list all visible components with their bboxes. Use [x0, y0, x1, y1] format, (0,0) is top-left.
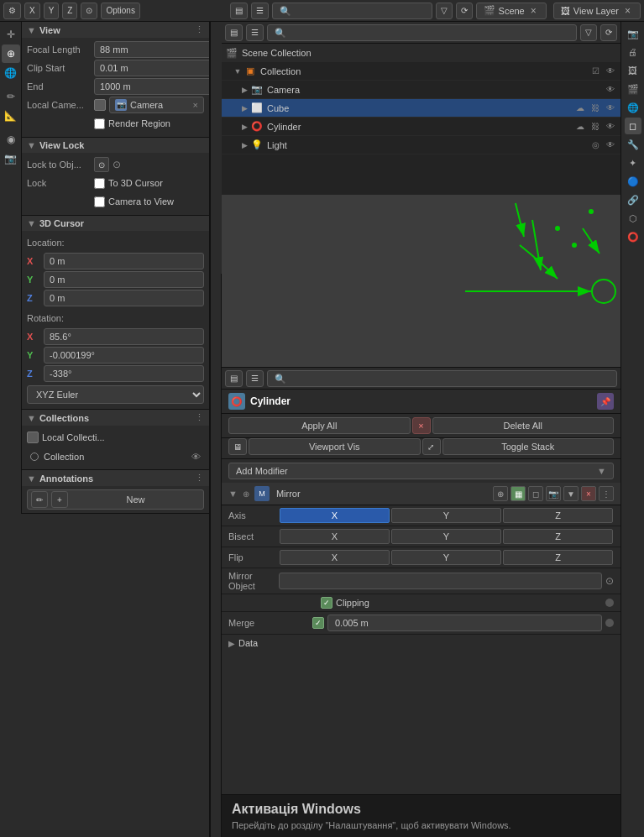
lock-to-obj-picker[interactable]: ⊙	[113, 159, 121, 170]
render-properties-icon[interactable]: 📷	[625, 25, 641, 42]
annotation-new-label[interactable]: New	[71, 494, 200, 505]
focal-length-input[interactable]	[94, 41, 209, 58]
proportional-icon[interactable]: ⊙	[81, 3, 97, 19]
viewport-expand-btn[interactable]: ⤢	[422, 438, 441, 455]
cylinder-link-icon[interactable]: ⛓	[589, 120, 602, 133]
camera-tool[interactable]: 📷	[2, 149, 20, 168]
clipping-checkbox[interactable]: ✓	[321, 597, 332, 609]
outliner-sync-btn[interactable]: ⟳	[600, 24, 617, 41]
rotation-x-input[interactable]	[44, 328, 204, 345]
annotate-tool[interactable]: ✏	[2, 87, 20, 106]
camera-eye-btn[interactable]: 👁	[604, 83, 617, 97]
mirror-delete-btn[interactable]: ×	[581, 486, 596, 501]
delete-all-btn[interactable]: Delete All	[432, 417, 615, 434]
data-header[interactable]: ▶ Data	[228, 638, 614, 648]
view-layer-icon[interactable]: 🖼	[625, 62, 641, 79]
render-region-checkbox[interactable]	[94, 118, 105, 129]
collection-expand-arrow[interactable]: ▼	[232, 65, 243, 77]
axis-z-btn[interactable]: Z	[503, 508, 613, 523]
modifier-properties-icon[interactable]: 🔧	[625, 136, 641, 153]
clip-end-input[interactable]	[94, 78, 209, 95]
location-y-input[interactable]	[44, 271, 204, 288]
cylinder-outliner-item[interactable]: ▶ ⭕ Cylinder ☁ ⛓ 👁	[222, 118, 620, 136]
annotation-type-btn[interactable]: ✏	[31, 491, 48, 508]
outliner-filter-btn[interactable]: ▽	[580, 24, 597, 41]
view-panel-header[interactable]: ▼ View ⋮	[22, 22, 209, 38]
merge-value[interactable]: 0.005 m	[327, 615, 602, 631]
apply-all-btn[interactable]: Apply All	[228, 417, 411, 434]
mirror-object-picker[interactable]: ⊙	[605, 575, 614, 587]
options-btn[interactable]: Options	[101, 3, 139, 19]
properties-search-input[interactable]	[267, 370, 617, 387]
properties-editor-type-btn[interactable]: ▤	[225, 370, 243, 387]
cube-outliner-item[interactable]: ▶ ⬜ Cube ☁ ⛓ 👁	[222, 99, 620, 118]
cube-link-icon[interactable]: ⛓	[589, 102, 602, 115]
merge-checkbox[interactable]: ✓	[312, 617, 324, 629]
globe-tool[interactable]: 🌐	[2, 64, 20, 82]
move-tool[interactable]: ⊕	[2, 44, 20, 63]
viewlayer-tab[interactable]: 🖼 View Layer ×	[553, 3, 641, 19]
collection-visibility-checkbox[interactable]: ☑	[589, 65, 602, 78]
collection-outliner-item[interactable]: ▼ ▣ Collection ☑ 👁	[222, 62, 620, 81]
pin-button[interactable]: 📌	[597, 393, 614, 410]
sync-btn[interactable]: ⟳	[456, 3, 473, 19]
cube-filter-icon[interactable]: ☁	[573, 102, 587, 115]
light-circle-icon[interactable]: ◎	[589, 139, 602, 152]
object-tool[interactable]: ◉	[2, 130, 20, 149]
bisect-z-btn[interactable]: Z	[503, 529, 613, 544]
axis-y-btn[interactable]: Y	[44, 3, 60, 19]
collections-header[interactable]: ▼ Collections ⋮	[22, 410, 209, 426]
clipping-dot[interactable]	[605, 599, 614, 607]
cube-eye-btn[interactable]: 👁	[604, 102, 617, 115]
filter-icon[interactable]: ☰	[251, 3, 269, 19]
outliner-editor-type-btn[interactable]: ▤	[225, 24, 243, 41]
flip-y-btn[interactable]: Y	[391, 550, 501, 565]
lock-to-obj-icon[interactable]: ⊙	[94, 157, 109, 172]
mirror-dots-btn[interactable]: ⋮	[599, 486, 614, 501]
viewport[interactable]	[222, 195, 620, 367]
bisect-x-btn[interactable]: X	[280, 529, 390, 544]
camera-outliner-item[interactable]: ▶ 📷 Camera 👁	[222, 81, 620, 99]
rotation-mode-select[interactable]: XYZ Euler	[27, 385, 204, 404]
scene-properties-icon[interactable]: 🎬	[625, 81, 641, 97]
axis-x-btn[interactable]: X	[280, 508, 390, 523]
viewport-vis-btn[interactable]: Viewport Vis	[249, 438, 421, 455]
mirror-filter-btn[interactable]: ⊕	[493, 486, 508, 501]
output-properties-icon[interactable]: 🖨	[625, 44, 641, 60]
flip-z-btn[interactable]: Z	[503, 550, 613, 565]
world-properties-icon[interactable]: 🌐	[625, 99, 641, 116]
object-properties-icon[interactable]: ◻	[625, 118, 641, 134]
constraints-icon[interactable]: 🔗	[625, 191, 641, 208]
scene-tab[interactable]: 🎬 Scene ×	[476, 3, 547, 19]
data-properties-icon[interactable]: ⬡	[625, 210, 641, 227]
lock-checkbox[interactable]	[94, 178, 105, 189]
rotation-z-input[interactable]	[44, 365, 204, 382]
local-collection-checkbox[interactable]	[27, 432, 39, 443]
material-icon[interactable]: ⭕	[625, 228, 641, 245]
clip-start-input[interactable]	[94, 60, 209, 76]
collection-item[interactable]: Collection 👁	[27, 447, 204, 466]
viewport-icon-btn[interactable]: 🖥	[228, 438, 247, 455]
collection-eye-btn[interactable]: 👁	[604, 65, 617, 78]
camera-to-view-checkbox[interactable]	[94, 196, 105, 207]
physics-icon[interactable]: 🔵	[625, 173, 641, 190]
location-x-input[interactable]	[44, 253, 204, 269]
scene-tab-close[interactable]: ×	[528, 5, 539, 17]
measure-tool[interactable]: 📐	[2, 107, 20, 125]
filter-btn[interactable]: ▽	[436, 3, 453, 19]
rotation-y-input[interactable]	[44, 347, 204, 364]
flip-x-btn[interactable]: X	[280, 550, 390, 565]
annotations-header[interactable]: ▼ Annotations ⋮	[22, 470, 209, 486]
location-z-input[interactable]	[44, 290, 204, 306]
local-camera-checkbox[interactable]	[94, 99, 106, 111]
view-lock-header[interactable]: ▼ View Lock	[22, 138, 209, 153]
viewlayer-tab-close[interactable]: ×	[622, 5, 633, 17]
cursor-panel-header[interactable]: ▼ 3D Cursor	[22, 216, 209, 231]
apply-x-btn[interactable]: ×	[412, 417, 431, 434]
cylinder-eye-btn[interactable]: 👁	[604, 120, 617, 133]
properties-menu-btn[interactable]: ☰	[246, 370, 264, 387]
annotation-add-btn[interactable]: +	[51, 491, 68, 508]
axis-x-btn[interactable]: X	[24, 3, 40, 19]
collection-eye-icon[interactable]: 👁	[191, 452, 201, 462]
editor-type-btn[interactable]: ▤	[230, 3, 248, 19]
